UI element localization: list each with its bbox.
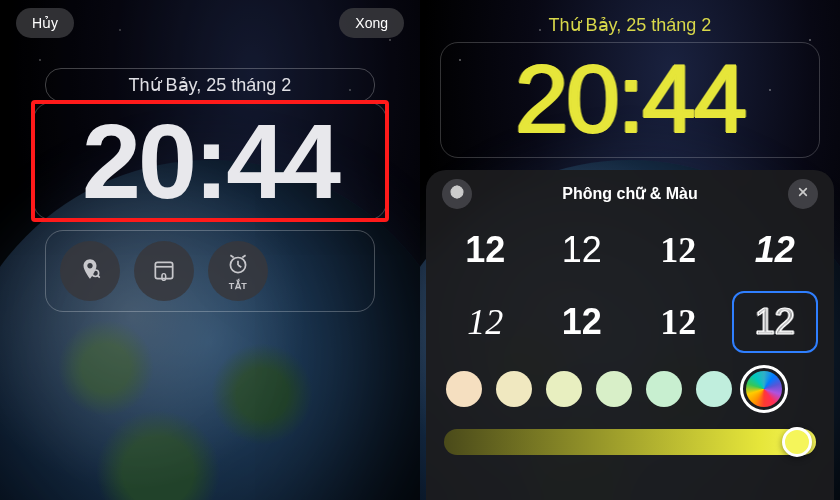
color-swatch-4[interactable] xyxy=(646,371,682,407)
calendar-widget-button[interactable]: 0 xyxy=(134,241,194,301)
sheet-header: Phông chữ & Màu xyxy=(442,184,818,203)
close-sheet-button[interactable] xyxy=(788,179,818,209)
clock-time: 20:44 xyxy=(82,108,338,214)
font-option-5[interactable]: 12 xyxy=(539,291,626,353)
globe-icon xyxy=(449,184,465,204)
editor-top-bar: Hủy Xong xyxy=(0,8,420,38)
phone-right: Thứ Bảy, 25 tháng 2 20:44 Phông chữ & Mà… xyxy=(420,0,840,500)
slider-thumb[interactable] xyxy=(782,427,812,457)
clock-time-styled: 20:44 xyxy=(515,51,745,147)
font-color-sheet: Phông chữ & Màu 1212121212121212 xyxy=(426,170,834,500)
slider-track xyxy=(444,429,816,455)
calendar-day-value: 0 xyxy=(161,271,168,283)
alarm-clock-icon xyxy=(225,251,251,279)
clock-widget[interactable]: 20:44 xyxy=(440,42,820,158)
font-option-6[interactable]: 12 xyxy=(635,291,722,353)
color-swatch-2[interactable] xyxy=(546,371,582,407)
svg-line-8 xyxy=(242,255,245,257)
color-swatch-row xyxy=(442,371,818,407)
font-option-1[interactable]: 12 xyxy=(539,219,626,281)
svg-line-6 xyxy=(238,265,241,267)
font-options-grid: 1212121212121212 xyxy=(442,219,818,353)
widget-suggestion-row[interactable]: 0 TẮT xyxy=(45,230,375,312)
sheet-title: Phông chữ & Màu xyxy=(562,184,697,203)
date-widget[interactable]: Thứ Bảy, 25 tháng 2 xyxy=(45,68,375,102)
color-swatch-5[interactable] xyxy=(696,371,732,407)
numerals-globe-button[interactable] xyxy=(442,179,472,209)
vibrance-slider[interactable] xyxy=(442,427,818,457)
close-icon xyxy=(795,184,811,204)
phone-left: Hủy Xong Thứ Bảy, 25 tháng 2 20:44 0 TẮT xyxy=(0,0,420,500)
font-option-3[interactable]: 12 xyxy=(732,219,819,281)
svg-line-1 xyxy=(98,275,100,277)
svg-line-7 xyxy=(230,255,233,257)
clock-widget[interactable]: 20:44 xyxy=(33,102,387,220)
font-option-2[interactable]: 12 xyxy=(635,219,722,281)
color-swatch-3[interactable] xyxy=(596,371,632,407)
cancel-button[interactable]: Hủy xyxy=(16,8,74,38)
font-option-4[interactable]: 12 xyxy=(442,291,529,353)
date-label[interactable]: Thứ Bảy, 25 tháng 2 xyxy=(420,14,840,36)
color-spectrum-button[interactable] xyxy=(746,371,782,407)
done-button[interactable]: Xong xyxy=(339,8,404,38)
font-option-7[interactable]: 12 xyxy=(732,291,819,353)
color-swatch-0[interactable] xyxy=(446,371,482,407)
location-pin-icon xyxy=(77,257,103,285)
font-option-0[interactable]: 12 xyxy=(442,219,529,281)
location-widget-button[interactable] xyxy=(60,241,120,301)
alarm-status-label: TẮT xyxy=(229,281,248,291)
alarm-widget-button[interactable]: TẮT xyxy=(208,241,268,301)
color-swatch-1[interactable] xyxy=(496,371,532,407)
